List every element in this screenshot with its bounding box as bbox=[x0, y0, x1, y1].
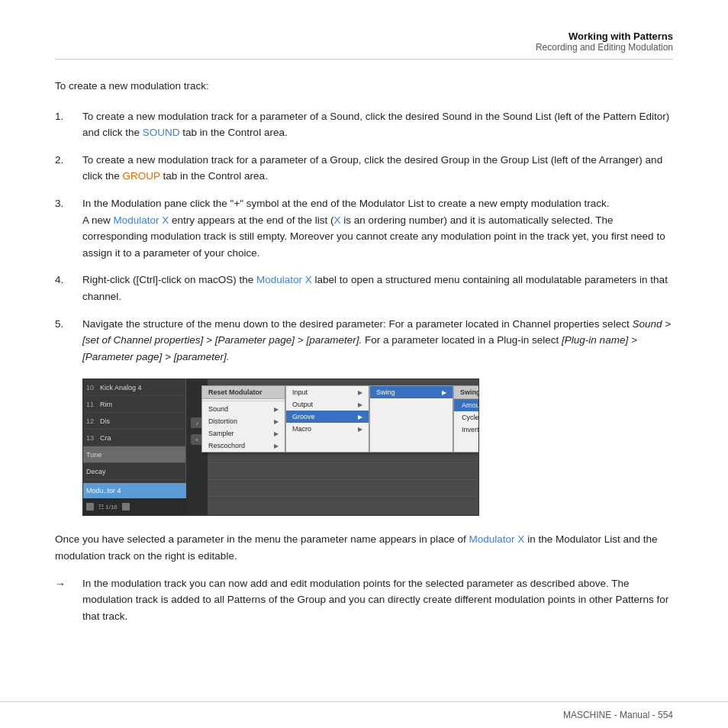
step-4-content: Right-click ([Ctrl]-click on macOS) the … bbox=[82, 272, 673, 304]
step-1-num: 1. bbox=[55, 108, 82, 125]
page: Working with Patterns Recording and Edit… bbox=[0, 0, 728, 728]
menu-item-sampler-arrow: ▶ bbox=[274, 430, 279, 437]
menu-item-sound-arrow: ▶ bbox=[274, 406, 279, 413]
track-name-13: Cra bbox=[100, 434, 111, 442]
sub1-groove-arrow: ▶ bbox=[358, 414, 362, 420]
swing-cycle-label: Cycle bbox=[462, 414, 479, 421]
main-menu-panel: Reset Modulator Sound ▶ Distortion ▶ Sam… bbox=[201, 385, 285, 453]
sub2-swing-arrow: ▶ bbox=[442, 389, 446, 396]
track-name-10: Kick Analog 4 bbox=[100, 384, 142, 391]
page-header: Working with Patterns Recording and Edit… bbox=[55, 31, 673, 60]
menu-item-rescochord[interactable]: Rescochord ▶ bbox=[202, 440, 285, 452]
step-4-num: 4. bbox=[55, 272, 82, 288]
group-link: GROUP bbox=[123, 170, 160, 182]
track-num-11: 11 bbox=[86, 401, 100, 408]
track-row-13: 13 Cra bbox=[83, 430, 185, 446]
header-title: Working with Patterns bbox=[55, 31, 673, 42]
sub1-macro-arrow: ▶ bbox=[358, 426, 362, 433]
x-link: X bbox=[333, 214, 340, 226]
sub2-swing-label: Swing bbox=[376, 388, 395, 396]
menu-item-rescochord-label: Rescochord bbox=[208, 442, 245, 449]
sub1-input[interactable]: Input ▶ bbox=[286, 386, 369, 398]
footer-text: MASCHINE - Manual - 554 bbox=[563, 710, 673, 720]
step-3-num: 3. bbox=[55, 195, 82, 212]
swing-amount-label: Amount bbox=[462, 401, 479, 409]
page-footer: MASCHINE - Manual - 554 bbox=[0, 701, 728, 728]
track-num-10: 10 bbox=[86, 384, 100, 391]
menu-item-sound[interactable]: Sound ▶ bbox=[202, 403, 285, 415]
sim-screenshot: 10 Kick Analog 4 11 Rim 12 Dis 13 Cra Tu… bbox=[82, 378, 479, 516]
track-param-decay: Decay bbox=[86, 468, 106, 475]
screenshot-container: 10 Kick Analog 4 11 Rim 12 Dis 13 Cra Tu… bbox=[82, 378, 673, 516]
grid-row-7 bbox=[208, 480, 478, 497]
sub1-groove-label: Groove bbox=[292, 413, 315, 420]
sub1-groove[interactable]: Groove ▶ bbox=[286, 411, 369, 423]
step-2-num: 2. bbox=[55, 152, 82, 169]
swing-cycle[interactable]: Cycle bbox=[454, 411, 479, 424]
track-name-11: Rim bbox=[100, 401, 112, 408]
main-menu-header: Reset Modulator bbox=[202, 386, 285, 399]
header-subtitle: Recording and Editing Modulation bbox=[55, 42, 673, 53]
menu-item-distortion[interactable]: Distortion ▶ bbox=[202, 415, 285, 427]
sub1-macro-label: Macro bbox=[292, 425, 311, 433]
swing-submenu-panel: Swing Amount ↖ Cycle Invert bbox=[453, 385, 479, 453]
step-2-content: To create a new modulation track for a p… bbox=[82, 152, 673, 185]
tb-icon-1 bbox=[86, 503, 94, 511]
swing-submenu-header: Swing bbox=[454, 386, 479, 399]
modulator-x-link-2: Modulator X bbox=[256, 274, 312, 285]
intro-text: To create a new modulation track: bbox=[55, 78, 673, 95]
modulator-x-link-caption: Modulator X bbox=[469, 533, 525, 545]
grid-row-6 bbox=[208, 463, 478, 480]
sub2-swing[interactable]: Swing ▶ bbox=[370, 386, 453, 398]
menu-item-sampler-label: Sampler bbox=[208, 430, 234, 437]
step-1: 1. To create a new modulation track for … bbox=[55, 108, 673, 141]
sub1-output-label: Output bbox=[292, 401, 313, 408]
menu-item-distortion-label: Distortion bbox=[208, 417, 237, 425]
sub1-output[interactable]: Output ▶ bbox=[286, 398, 369, 411]
track-row-10: 10 Kick Analog 4 bbox=[83, 379, 185, 396]
sub-menu-2-panel: Swing ▶ bbox=[369, 385, 453, 453]
caption-text: Once you have selected a parameter in th… bbox=[55, 531, 673, 564]
menu-item-sound-label: Sound bbox=[208, 405, 228, 413]
track-row-params: Tune bbox=[83, 446, 185, 463]
track-row-11: 11 Rim bbox=[83, 396, 185, 413]
step-4: 4. Right-click ([Ctrl]-click on macOS) t… bbox=[55, 272, 673, 304]
track-row-12: 12 Dis bbox=[83, 413, 185, 430]
swing-amount[interactable]: Amount ↖ bbox=[454, 399, 479, 411]
bottom-toolbar: ☷ 1/16 bbox=[83, 498, 186, 515]
menu-item-sampler[interactable]: Sampler ▶ bbox=[202, 427, 285, 440]
sound-link: SOUND bbox=[143, 127, 180, 138]
swing-invert-label: Invert bbox=[462, 426, 479, 433]
menu-item-rescochord-arrow: ▶ bbox=[274, 443, 279, 449]
arrow-list: → In the modulation track you can now ad… bbox=[55, 575, 673, 625]
menu-divider-1 bbox=[202, 401, 285, 401]
sub1-input-label: Input bbox=[292, 388, 308, 396]
track-param-tune: Tune bbox=[86, 451, 101, 459]
arrow-item-1-text: In the modulation track you can now add … bbox=[82, 575, 673, 625]
modulator-x-link-1: Modulator X bbox=[114, 214, 169, 226]
arrow-item-1: → In the modulation track you can now ad… bbox=[55, 575, 673, 625]
sub1-output-arrow: ▶ bbox=[358, 401, 362, 408]
context-menus: Reset Modulator Sound ▶ Distortion ▶ Sam… bbox=[201, 385, 479, 453]
arrow-symbol: → bbox=[55, 575, 82, 592]
step-5: 5. Navigate the structure of the menu do… bbox=[55, 316, 673, 366]
step-5-content: Navigate the structure of the menu down … bbox=[82, 316, 673, 366]
track-num-13: 13 bbox=[86, 434, 100, 442]
track-num-12: 12 bbox=[86, 417, 100, 425]
step-5-num: 5. bbox=[55, 316, 82, 333]
track-row-decay: Decay bbox=[83, 463, 185, 480]
menu-item-distortion-arrow: ▶ bbox=[274, 418, 279, 425]
modulator-label: Modu..tor 4 bbox=[86, 487, 121, 494]
track-name-12: Dis bbox=[100, 417, 110, 425]
step-2: 2. To create a new modulation track for … bbox=[55, 152, 673, 185]
sub1-input-arrow: ▶ bbox=[358, 389, 362, 396]
toolbar-time: ☷ 1/16 bbox=[98, 504, 118, 511]
track-list: 10 Kick Analog 4 11 Rim 12 Dis 13 Cra Tu… bbox=[83, 379, 186, 515]
tb-icon-2 bbox=[122, 503, 130, 511]
sub-menu-1-panel: Input ▶ Output ▶ Groove ▶ Macro ▶ bbox=[285, 385, 369, 453]
sub1-macro[interactable]: Macro ▶ bbox=[286, 423, 369, 435]
swing-invert[interactable]: Invert bbox=[454, 424, 479, 436]
step-3: 3. In the Modulation pane click the "+" … bbox=[55, 195, 673, 261]
step-1-content: To create a new modulation track for a p… bbox=[82, 108, 673, 141]
modulator-row: Modu..tor 4 bbox=[83, 483, 186, 498]
